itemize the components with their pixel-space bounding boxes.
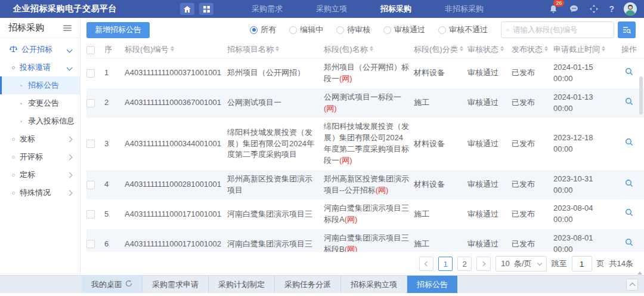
sidebar-item-1[interactable]: 公开招标 — [0, 41, 80, 58]
fullscreen-icon[interactable] — [589, 4, 599, 14]
sort-icon[interactable] — [544, 46, 548, 52]
chevron-right-icon — [67, 136, 73, 142]
nav-item-1[interactable]: 采购需求 — [252, 4, 283, 14]
row-checkbox[interactable] — [86, 140, 95, 148]
cell-cat: 施工 — [414, 235, 467, 252]
filter-radio-3[interactable]: 待审核 — [336, 24, 370, 35]
search-input[interactable] — [513, 26, 609, 34]
cell-seq: 5 — [104, 205, 125, 224]
sidebar-item-3[interactable]: 招标公告 — [0, 76, 80, 94]
view-detail-icon[interactable] — [625, 179, 633, 187]
sort-icon[interactable] — [500, 46, 504, 52]
apps-grid-icon[interactable] — [199, 3, 213, 15]
radio-icon — [383, 26, 391, 34]
col-header-name[interactable]: 标段(包)名称 — [324, 44, 414, 56]
col-header-pub[interactable]: 发布状态 — [512, 44, 553, 56]
chevron-right-icon — [67, 190, 73, 196]
sidebar-item-2[interactable]: 投标邀请 — [0, 58, 80, 76]
app-title: 企业招标采购电子交易平台 — [13, 4, 117, 14]
sort-icon[interactable] — [460, 46, 463, 52]
sidebar-item-4[interactable]: 变更公告 — [0, 94, 80, 112]
chevron-down-icon — [67, 64, 73, 70]
sidebar-item-8[interactable]: 定标 — [0, 166, 80, 184]
view-detail-icon[interactable] — [625, 97, 633, 106]
advanced-search-button[interactable] — [618, 21, 636, 38]
table-row: 6A4031111111000171001002河南白鹭集团演示项目三河南白鹭集… — [86, 229, 644, 252]
bell-icon[interactable]: 26 — [548, 4, 559, 14]
select-all-checkbox[interactable] — [86, 46, 95, 54]
bullet-dot-icon — [20, 121, 22, 122]
page-size-select[interactable]: 10 条/页 — [496, 256, 546, 272]
help-icon[interactable]: ? — [609, 4, 614, 14]
filter-radio-1[interactable]: 所有 — [250, 24, 276, 35]
status-filters: 所有编辑中待审核审核通过审核不通过 — [250, 24, 488, 35]
tab-2[interactable]: 采购需求申请 — [143, 276, 209, 293]
message-icon[interactable] — [568, 4, 579, 14]
sort-icon[interactable] — [275, 46, 279, 52]
filter-radio-4[interactable]: 审核通过 — [383, 24, 425, 35]
nav-item-4[interactable]: 非招标采购 — [445, 4, 484, 14]
sort-icon[interactable] — [602, 46, 605, 52]
sidebar-item-label: 公开招标 — [21, 44, 67, 55]
col-header-audit[interactable]: 审核状态 — [467, 44, 512, 56]
add-announcement-button[interactable]: 新增招标公告 — [86, 22, 150, 38]
sidebar-item-6[interactable]: 发标 — [0, 130, 80, 148]
sort-icon[interactable] — [370, 46, 373, 52]
scrollbar-arrow-icon[interactable] — [637, 272, 642, 275]
scale-icon — [10, 45, 17, 54]
cell-proj: 公网测试项目一 — [227, 94, 324, 112]
cell-audit: 审核通过 — [467, 235, 512, 252]
filter-label: 待审核 — [347, 24, 370, 35]
cell-proj: 郑州项目（公开网招） — [227, 64, 324, 82]
cell-cat: 材料设备 — [414, 64, 467, 82]
chevron-right-icon — [67, 154, 73, 160]
sort-icon[interactable] — [171, 46, 174, 52]
cell-code: A4031111111000344001001 — [125, 135, 227, 153]
col-header-proj[interactable]: 招标项目名称 — [227, 44, 324, 56]
home-icon[interactable] — [180, 3, 194, 15]
col-header-code[interactable]: 标段(包)编号 — [125, 44, 227, 56]
jump-page-input[interactable] — [572, 256, 592, 272]
table-row: 1A4031111111000371001001郑州项目（公开网招）郑州项目（公… — [86, 58, 644, 88]
tab-6[interactable]: 招标公告 — [407, 276, 457, 293]
cell-cat: 施工 — [414, 94, 467, 112]
nav-item-3[interactable]: 招标采购 — [380, 4, 411, 14]
row-checkbox[interactable] — [86, 240, 95, 248]
row-checkbox[interactable] — [86, 210, 95, 218]
top-nav: 采购需求采购立项招标采购非招标采购 — [235, 4, 500, 14]
view-detail-icon[interactable] — [625, 138, 633, 146]
net-tag: (网) — [376, 186, 389, 195]
prev-page-button[interactable] — [419, 257, 434, 271]
vertical-scrollbar[interactable] — [639, 76, 643, 271]
sidebar-item-7[interactable]: 开评标 — [0, 148, 80, 166]
collapse-tabbar-button[interactable] — [626, 279, 638, 291]
net-tag: (网) — [339, 156, 352, 165]
tab-4[interactable]: 采购任务分派 — [275, 276, 341, 293]
cell-name: 河南白鹭集团演示项目三标段A(网) — [324, 199, 414, 229]
tab-5[interactable]: 招标采购立项 — [341, 276, 407, 293]
page-button-2[interactable]: 2 — [457, 257, 472, 271]
row-checkbox[interactable] — [86, 99, 95, 107]
col-header-op: 操作 — [619, 44, 644, 56]
menu-collapse-icon[interactable] — [63, 24, 72, 32]
nav-item-2[interactable]: 采购立项 — [316, 4, 347, 14]
filter-radio-5[interactable]: 审核不通过 — [438, 24, 488, 35]
view-detail-icon[interactable] — [625, 208, 633, 217]
next-page-button[interactable] — [476, 257, 491, 271]
filter-radio-2[interactable]: 编辑中 — [289, 24, 323, 35]
user-avatar[interactable] — [624, 2, 637, 16]
tab-1[interactable]: 我的桌面 — [82, 276, 143, 293]
row-checkbox[interactable] — [86, 181, 95, 189]
view-detail-icon[interactable] — [625, 67, 633, 76]
view-detail-icon[interactable] — [625, 238, 633, 246]
cell-audit: 审核通过 — [467, 64, 512, 82]
row-checkbox[interactable] — [86, 69, 95, 78]
col-header-cat[interactable]: 标段(包)分类 — [414, 44, 467, 56]
cell-seq: 4 — [104, 175, 125, 194]
sidebar-item-5[interactable]: 录入投标信息 — [0, 112, 80, 130]
page-button-1[interactable]: 1 — [438, 257, 453, 271]
sidebar-item-9[interactable]: 特殊情况 — [0, 184, 80, 202]
tab-3[interactable]: 采购计划制定 — [209, 276, 275, 293]
bullet-icon — [12, 192, 15, 195]
col-header-time[interactable]: 申请截止时间 — [553, 44, 619, 56]
